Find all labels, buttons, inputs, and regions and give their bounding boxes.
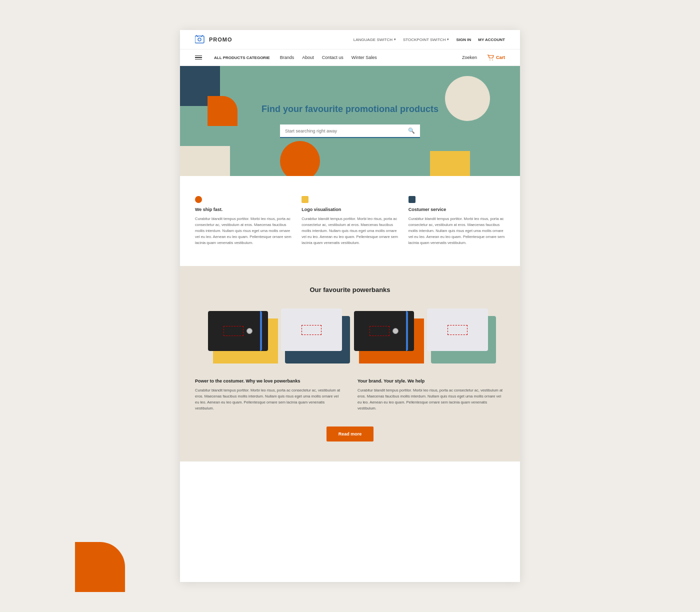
feature-logo: Logo visualisation Curabitur blandit tem…: [302, 196, 398, 246]
feature-customer-text: Curabitur blandit tempus portitor. Morbi…: [408, 216, 505, 246]
pb-content-right: Your brand. Your style. We help Curabitu…: [358, 378, 505, 412]
feature-logo-title: Logo visualisation: [302, 207, 398, 212]
pb-right-title: Your brand. Your style. We help: [358, 378, 505, 384]
main-nav: ALL PRODUCTS CATEGORIE Brands About Cont…: [180, 50, 520, 66]
powerbanks-grid: [195, 308, 505, 364]
pb1-stripe: [260, 311, 262, 351]
nav-link-about[interactable]: About: [302, 55, 314, 60]
nav-link-contact[interactable]: Contact us: [322, 55, 344, 60]
feature-shipping-text: Curabitur blandit tempus portitor. Morbi…: [195, 216, 292, 246]
cart-label: Cart: [496, 55, 505, 60]
cart-nav-item[interactable]: Cart: [487, 54, 505, 60]
feature-customer-title: Costumer service: [408, 207, 505, 212]
pb-left-text: Curabitur blandit tempus portitor. Morbi…: [195, 388, 342, 412]
hero-yellow-rect: [430, 151, 470, 176]
cart-icon: [487, 54, 494, 60]
my-account-link[interactable]: MY ACCOUNT: [478, 38, 505, 42]
pb-right-text: Curabitur blandit tempus portitor. Morbi…: [358, 388, 505, 412]
search-nav-link[interactable]: Zoeken: [462, 55, 477, 60]
feature-shipping: We ship fast. Curabitur blandit tempus p…: [195, 196, 292, 246]
svg-point-3: [492, 60, 493, 60]
powerbank-3[interactable]: [354, 308, 419, 364]
pb1-button: [246, 328, 252, 334]
top-bar-right: LANGUAGE SWITCH STOCKPOINT SWITCH SIGN I…: [354, 38, 505, 42]
hero-orange-shape: [208, 96, 238, 126]
pb4-device: [427, 308, 488, 351]
feature-customer: Costumer service Curabitur blandit tempu…: [408, 196, 505, 246]
pb3-logo-area: [370, 326, 390, 336]
top-bar: PROMO LANGUAGE SWITCH STOCKPOINT SWITCH …: [180, 30, 520, 50]
pb3-device: [354, 311, 414, 351]
feature-shipping-icon: [195, 196, 202, 203]
logo-icon: [195, 35, 206, 44]
powerbanks-content: Power to the costumer. Why we love power…: [195, 378, 505, 412]
hero-title: Find your favourite promotional products: [262, 104, 438, 114]
language-switch[interactable]: LANGUAGE SWITCH: [354, 38, 396, 42]
pb-content-left: Power to the costumer. Why we love power…: [195, 378, 342, 412]
svg-rect-0: [195, 36, 204, 43]
feature-logo-text: Curabitur blandit tempus portitor. Morbi…: [302, 216, 398, 246]
nav-link-winter-sales[interactable]: Winter Sales: [352, 55, 377, 60]
nav-link-brands[interactable]: Brands: [280, 55, 294, 60]
bottom-orange-decoration: [75, 542, 125, 592]
pb1-device: [208, 311, 268, 351]
svg-point-2: [490, 60, 490, 60]
pb2-device: [281, 308, 342, 351]
page-wrapper: PROMO LANGUAGE SWITCH STOCKPOINT SWITCH …: [180, 30, 520, 582]
stockpoint-switch[interactable]: STOCKPOINT SWITCH: [403, 38, 450, 42]
pb1-logo-area: [224, 326, 244, 336]
pb4-logo-area: [448, 325, 468, 335]
feature-customer-icon: [408, 196, 416, 203]
nav-links: Brands About Contact us Winter Sales: [280, 55, 452, 60]
powerbanks-section: Our favourite powerbanks: [180, 266, 520, 462]
sign-in-link[interactable]: SIGN IN: [456, 38, 471, 42]
features-section: We ship fast. Curabitur blandit tempus p…: [180, 176, 520, 266]
pb2-logo-area: [302, 325, 322, 335]
powerbank-4[interactable]: [427, 308, 492, 364]
feature-logo-icon: [302, 196, 308, 203]
hero-beige-rect: [180, 146, 230, 176]
logo-area: PROMO: [195, 35, 232, 44]
all-products-link[interactable]: ALL PRODUCTS CATEGORIE: [214, 56, 270, 60]
pb3-button: [392, 328, 398, 334]
hero-beige-circle: [445, 76, 490, 121]
pb-left-title: Power to the costumer. Why we love power…: [195, 378, 342, 384]
svg-point-1: [198, 38, 201, 41]
feature-shipping-title: We ship fast.: [195, 207, 292, 212]
hero-search-bar: 🔍: [280, 124, 420, 138]
powerbank-1[interactable]: [208, 308, 273, 364]
pb3-stripe: [406, 311, 408, 351]
powerbank-2[interactable]: [281, 308, 346, 364]
hero-search-button[interactable]: 🔍: [408, 128, 415, 134]
brand-name: PROMO: [209, 36, 232, 42]
hero-section: Find your favourite promotional products…: [180, 66, 520, 176]
hero-orange-circle-bottom: [280, 141, 320, 176]
powerbanks-title: Our favourite powerbanks: [195, 286, 505, 294]
hero-search-input[interactable]: [285, 128, 408, 134]
hamburger-menu[interactable]: [195, 56, 202, 60]
read-more-button[interactable]: Read more: [326, 426, 374, 442]
